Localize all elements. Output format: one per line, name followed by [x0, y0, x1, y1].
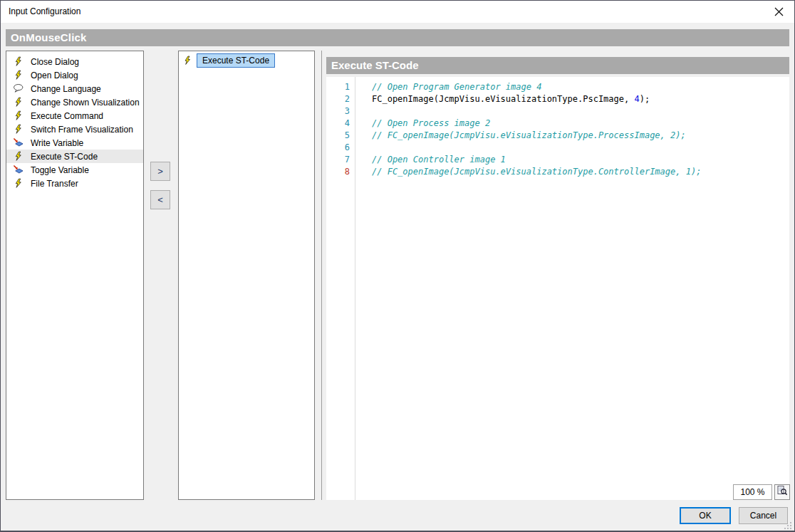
action-item[interactable]: Close Dialog — [6, 55, 143, 68]
code-text: // Open Controller image 1 — [372, 154, 506, 166]
code-line: 7// Open Controller image 1 — [326, 154, 789, 166]
code-text: // Open Process image 2 — [372, 118, 490, 130]
line-number: 6 — [326, 142, 350, 154]
action-item-label: Execute Command — [31, 111, 103, 121]
line-number: 8 — [326, 166, 350, 178]
action-item-label: Toggle Variable — [31, 165, 89, 175]
action-item[interactable]: Write Variable — [6, 136, 143, 150]
code-text: // FC_openImage(JcmpVisu.eVisualizationT… — [372, 130, 686, 142]
action-item-label: Change Shown Visualization — [31, 98, 140, 108]
assigned-action-item[interactable]: Execute ST-Code — [179, 53, 314, 68]
variable-icon — [13, 165, 24, 175]
code-line: 5// FC_openImage(JcmpVisu.eVisualization… — [326, 130, 789, 142]
action-item-label: Change Language — [31, 84, 101, 94]
cancel-button[interactable]: Cancel — [739, 507, 788, 524]
action-item[interactable]: Change Language — [6, 82, 143, 95]
window-title: Input Configuration — [9, 6, 80, 16]
speech-icon — [13, 83, 24, 94]
input-configuration-dialog: Input Configuration OnMouseClick Close D… — [0, 0, 795, 532]
remove-action-button[interactable]: < — [150, 190, 170, 209]
action-item[interactable]: Execute ST-Code — [6, 150, 143, 163]
available-actions-list[interactable]: Close DialogOpen DialogChange LanguageCh… — [6, 51, 144, 500]
line-number: 1 — [326, 81, 350, 93]
code-lines: 1// Open Program Generator image 42FC_op… — [326, 81, 789, 178]
line-number: 7 — [326, 154, 350, 166]
add-action-button[interactable]: > — [150, 162, 170, 181]
title-bar: Input Configuration — [1, 1, 794, 23]
zoom-level-box[interactable]: 100 % — [733, 484, 772, 500]
zoom-fit-button[interactable] — [774, 484, 790, 500]
bolt-icon — [13, 151, 24, 162]
panel-divider — [321, 51, 322, 500]
code-line: 4// Open Process image 2 — [326, 118, 789, 130]
bolt-icon — [13, 70, 24, 80]
assigned-action-label: Execute ST-Code — [197, 53, 275, 68]
action-item-label: Switch Frame Visualization — [31, 125, 133, 135]
editor-header: Execute ST-Code — [326, 57, 789, 74]
code-line: 6 — [326, 142, 789, 154]
event-header: OnMouseClick — [6, 29, 789, 46]
code-line: 3 — [326, 105, 789, 118]
bolt-icon — [13, 178, 24, 189]
bolt-icon — [13, 56, 24, 67]
code-text: // FC_openImage(JcmpVisu.eVisualizationT… — [372, 166, 701, 178]
code-line: 2FC_openImage(JcmpVisu.eVisualizationTyp… — [326, 93, 789, 105]
resize-grip[interactable] — [784, 520, 792, 528]
line-number: 3 — [326, 105, 350, 118]
code-line: 1// Open Program Generator image 4 — [326, 81, 789, 93]
code-line: 8// FC_openImage(JcmpVisu.eVisualization… — [326, 166, 789, 178]
bolt-icon — [13, 110, 24, 121]
action-item-label: Write Variable — [31, 138, 83, 148]
line-number: 4 — [326, 118, 350, 130]
st-code-editor[interactable]: 1// Open Program Generator image 42FC_op… — [326, 77, 789, 500]
action-item-label: Execute ST-Code — [31, 152, 98, 162]
code-text: // Open Program Generator image 4 — [372, 81, 541, 93]
document-magnifier-icon — [776, 485, 788, 499]
action-item[interactable]: Switch Frame Visualization — [6, 122, 143, 136]
action-item-label: File Transfer — [31, 179, 78, 189]
action-item[interactable]: Toggle Variable — [6, 163, 143, 177]
close-icon[interactable] — [774, 6, 784, 17]
action-item[interactable]: Open Dialog — [6, 68, 143, 82]
line-number: 2 — [326, 93, 350, 105]
action-item[interactable]: Change Shown Visualization — [6, 95, 143, 109]
bolt-icon — [182, 56, 192, 66]
action-item-label: Open Dialog — [31, 71, 78, 80]
bolt-icon — [13, 97, 24, 108]
bolt-icon — [13, 124, 24, 135]
ok-button[interactable]: OK — [680, 507, 731, 524]
code-text: FC_openImage(JcmpVisu.eVisualizationType… — [372, 93, 650, 105]
action-item-label: Close Dialog — [31, 57, 79, 67]
assigned-actions-list[interactable]: Execute ST-Code — [178, 51, 315, 500]
line-number: 5 — [326, 130, 350, 142]
action-item[interactable]: Execute Command — [6, 109, 143, 122]
action-item[interactable]: File Transfer — [6, 177, 143, 190]
variable-icon — [13, 137, 24, 148]
